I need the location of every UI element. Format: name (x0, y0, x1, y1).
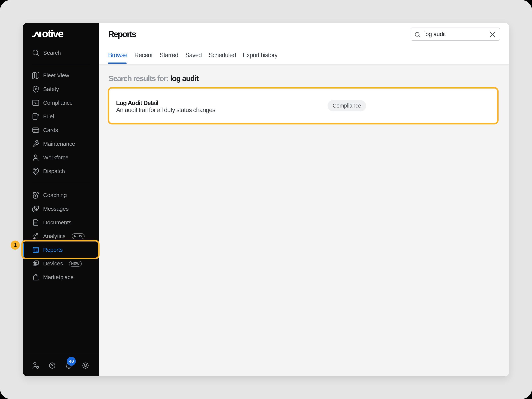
svg-text:otive: otive (42, 30, 63, 38)
